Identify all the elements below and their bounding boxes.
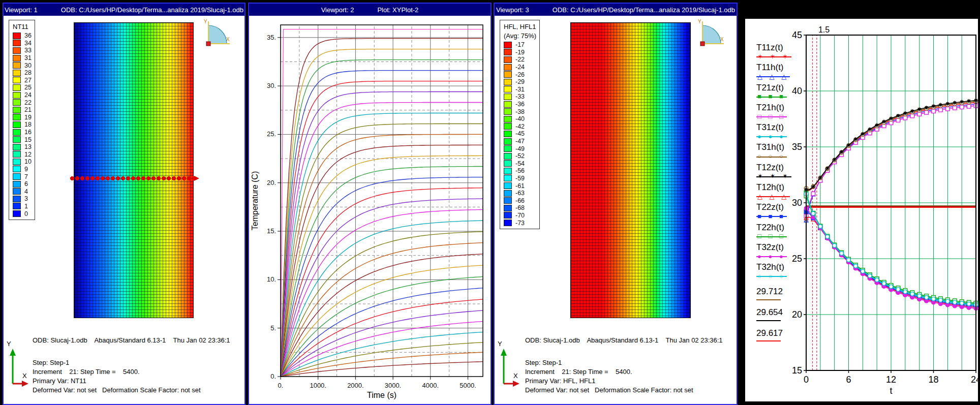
legend-swatch bbox=[13, 107, 21, 113]
legend-value: 13 bbox=[24, 143, 32, 150]
legend-swatch bbox=[504, 42, 512, 48]
legend-row: 12 bbox=[13, 151, 32, 159]
legend-value: -47 bbox=[515, 138, 525, 145]
series-legend-item: T21h(t)□ □ □ bbox=[756, 103, 791, 120]
viewport-1-titlebar[interactable]: Viewport: 1 ODB: C:/Users/HP/Desktop/Ter… bbox=[4, 4, 244, 16]
axes-triad: Y X bbox=[496, 339, 520, 388]
legend-row: -45 bbox=[504, 130, 536, 138]
svg-text:1000.: 1000. bbox=[310, 382, 326, 389]
state-line: Increment 21: Step Time = 5400. bbox=[33, 367, 201, 377]
legend-row: 22 bbox=[13, 99, 32, 106]
legend-swatch bbox=[13, 188, 21, 195]
legend-value: 21 bbox=[24, 106, 32, 113]
series-legend-item: T11z(t)✶ ✶ ✶ bbox=[756, 43, 791, 60]
legend-rows: 3634333130282725242221191816151312109764… bbox=[13, 32, 32, 217]
view-orientation-triad: Y X bbox=[202, 18, 231, 47]
legend-swatch bbox=[504, 108, 512, 115]
series-label: T12h(t) bbox=[756, 183, 791, 193]
legend-swatch bbox=[13, 159, 21, 165]
viewport-3-doc: ODB: C:/Users/HP/Desktop/Terma...analiza… bbox=[553, 6, 735, 14]
series-legend-item: T12z(t)✶ ✶ ✶ bbox=[756, 163, 791, 180]
legend-swatch bbox=[13, 181, 21, 188]
legend-row: 15 bbox=[13, 136, 32, 143]
axes-triad: Y X bbox=[5, 339, 29, 388]
constant-value: 29.712 bbox=[756, 287, 791, 297]
legend-swatch bbox=[13, 151, 21, 158]
legend-row: -54 bbox=[504, 160, 536, 168]
legend-value: -36 bbox=[515, 101, 525, 108]
legend-value: -29 bbox=[515, 78, 525, 85]
legend-value: 24 bbox=[24, 91, 32, 99]
odb-status-line: ODB: Slucaj-1.odb Abaqus/Standard 6.13-1… bbox=[525, 336, 723, 344]
legend-swatch bbox=[504, 56, 512, 63]
series-marker-sample: ● ● ● bbox=[756, 133, 787, 141]
legend-value: -63 bbox=[515, 190, 525, 197]
state-line: Step: Step-1 bbox=[525, 358, 693, 367]
legend-swatch bbox=[504, 160, 512, 167]
viewport-2-titlebar[interactable]: Viewport: 2 Plot: XYPlot-2 bbox=[249, 4, 491, 16]
legend-value: -70 bbox=[515, 212, 525, 219]
legend-row: -22 bbox=[504, 56, 536, 64]
legend-row: -70 bbox=[504, 212, 536, 220]
contour-legend-hfl: HFL, HFL1 (Avg: 75%) -17-19-22-24-26-29-… bbox=[500, 20, 540, 229]
legend-value: 18 bbox=[24, 121, 32, 128]
legend-row: -56 bbox=[504, 167, 536, 175]
legend-title: HFL, HFL1 bbox=[504, 23, 536, 30]
legend-row: 4 bbox=[13, 188, 32, 195]
series-marker-sample: △ △ △ bbox=[756, 73, 790, 81]
legend-row: 3 bbox=[13, 195, 32, 203]
svg-text:0: 0 bbox=[804, 375, 809, 385]
comparison-plot-panel: T11z(t)✶ ✶ ✶T11h(t)△ △ △T21z(t)■ ■ ■T21h… bbox=[745, 19, 978, 401]
legend-value: 1 bbox=[24, 203, 28, 210]
state-line: Deformed Var: not set Deformation Scale … bbox=[525, 386, 693, 395]
series-marker-sample: □ □ □ bbox=[756, 113, 787, 121]
legend-value: -59 bbox=[515, 175, 525, 182]
svg-text:1.5: 1.5 bbox=[818, 25, 830, 34]
legend-value: 28 bbox=[24, 69, 32, 76]
viewport-3-titlebar[interactable]: Viewport: 3 ODB: C:/Users/HP/Desktop/Ter… bbox=[495, 4, 737, 16]
legend-value: 6 bbox=[24, 180, 28, 188]
legend-row: 25 bbox=[13, 84, 32, 91]
viewport-1: Viewport: 1 ODB: C:/Users/HP/Desktop/Ter… bbox=[3, 3, 246, 405]
series-legend-item: T32z(t)● ● ● bbox=[756, 243, 791, 260]
series-label: T31h(t) bbox=[756, 143, 791, 152]
legend-value: 25 bbox=[24, 84, 32, 91]
legend-row: 24 bbox=[13, 91, 32, 99]
legend-row: 6 bbox=[13, 180, 32, 188]
legend-row: 10 bbox=[13, 158, 32, 166]
legend-row: -26 bbox=[504, 71, 536, 78]
legend-swatch bbox=[504, 182, 512, 189]
svg-text:40: 40 bbox=[792, 86, 802, 96]
legend-value: -17 bbox=[515, 41, 525, 48]
legend-row: -63 bbox=[504, 190, 536, 197]
series-legend-item: T32h(t)○ ○ ○ bbox=[756, 263, 791, 280]
viewport-2-content: 0.1000.2000.3000.4000.5000.0.5.10.15.20.… bbox=[249, 16, 491, 404]
legend-row: -36 bbox=[504, 101, 536, 108]
legend-value: 12 bbox=[24, 151, 32, 158]
legend-row: 36 bbox=[13, 32, 32, 40]
triad-x-label: X bbox=[226, 37, 230, 42]
svg-text:30: 30 bbox=[792, 198, 802, 208]
series-label: T22z(t) bbox=[756, 203, 791, 212]
series-label: T11z(t) bbox=[756, 43, 791, 53]
constant-legend-item: 29.654 bbox=[756, 308, 791, 322]
series-marker-sample: ✶ ✶ ✶ bbox=[756, 172, 791, 180]
contour-mesh-hfl[interactable] bbox=[570, 22, 691, 318]
legend-row: 1 bbox=[13, 203, 32, 210]
svg-text:6: 6 bbox=[846, 375, 851, 385]
series-label: T11h(t) bbox=[756, 63, 791, 73]
legend-value: 27 bbox=[24, 77, 32, 84]
legend-row: -29 bbox=[504, 78, 536, 86]
svg-text:18: 18 bbox=[928, 375, 938, 385]
legend-swatch bbox=[504, 101, 512, 108]
series-label: T21z(t) bbox=[756, 83, 791, 93]
legend-row: 21 bbox=[13, 106, 32, 114]
legend-value: 0 bbox=[24, 210, 28, 217]
state-line: Deformed Var: not set Deformation Scale … bbox=[33, 386, 201, 395]
viewport-1-title: Viewport: 1 bbox=[5, 6, 38, 14]
legend-value: 10 bbox=[24, 158, 32, 165]
series-marker-sample: ✶ ✶ ✶ bbox=[756, 53, 791, 61]
constant-legend-item: 29.712 bbox=[756, 287, 791, 301]
contour-mesh-nt11[interactable] bbox=[74, 22, 194, 318]
svg-text:Temperature (C): Temperature (C) bbox=[251, 171, 259, 230]
